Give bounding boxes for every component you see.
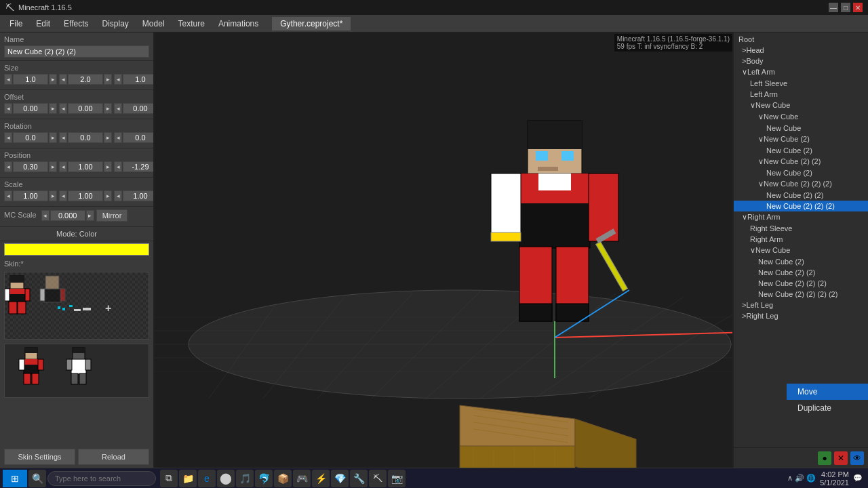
chrome-button[interactable]: ⬤: [217, 470, 235, 487]
tree-right-sleeve[interactable]: Right Sleeve: [734, 223, 868, 234]
tree-new-cube-la-1[interactable]: ∨New Cube: [734, 111, 868, 123]
menu-texture[interactable]: Texture: [172, 17, 212, 30]
tree-new-cube-ra[interactable]: ∨New Cube: [734, 245, 868, 256]
tree-left-arm-bone[interactable]: Left Arm: [734, 89, 868, 100]
ctx-move[interactable]: Move: [787, 384, 868, 400]
tree-new-cube-la-2[interactable]: ∨New Cube (2): [734, 134, 868, 145]
scale-x-up[interactable]: ▸: [49, 190, 57, 201]
maximize-button[interactable]: □: [841, 3, 850, 12]
app6-button[interactable]: 💎: [331, 470, 349, 487]
rot-z-input[interactable]: [123, 132, 155, 143]
tree-right-arm-bone[interactable]: Right Arm: [734, 234, 868, 245]
tree-head[interactable]: >Head: [734, 45, 868, 56]
skin-settings-button[interactable]: Skin Settings: [4, 449, 75, 465]
pos-y-down[interactable]: ◂: [59, 161, 67, 172]
size-y-input[interactable]: [68, 74, 103, 85]
app4-button[interactable]: 🎮: [293, 470, 311, 487]
scale-y-up[interactable]: ▸: [104, 190, 112, 201]
offset-z-input[interactable]: [123, 103, 155, 114]
titlebar-controls[interactable]: — □ ✕: [829, 3, 863, 12]
eye-button[interactable]: 👁: [850, 451, 864, 465]
tree-new-cube-la[interactable]: ∨New Cube: [734, 100, 868, 111]
rot-y-down[interactable]: ◂: [59, 132, 67, 143]
size-y-down[interactable]: ◂: [59, 74, 67, 85]
tree-new-cube-la-1a[interactable]: New Cube: [734, 123, 868, 134]
tree-left-sleeve[interactable]: Left Sleeve: [734, 78, 868, 89]
app8-button[interactable]: ⛏: [369, 470, 387, 487]
rot-x-input[interactable]: [13, 132, 48, 143]
size-x-input[interactable]: [13, 74, 48, 85]
menu-file[interactable]: File: [3, 17, 29, 30]
tree-body[interactable]: >Body: [734, 56, 868, 66]
taskbar-search-input[interactable]: [47, 471, 156, 486]
pos-x-input[interactable]: [13, 161, 48, 172]
app2-button[interactable]: 🐬: [255, 470, 273, 487]
pos-x-up[interactable]: ▸: [49, 161, 57, 172]
project-tab[interactable]: Gyther.ceproject*: [272, 17, 351, 30]
tree-new-cube-selected[interactable]: New Cube (2) (2) (2): [734, 201, 868, 211]
tree-new-cube-la-3a[interactable]: New Cube (2): [734, 167, 868, 178]
mc-scale-up[interactable]: ▸: [86, 210, 94, 221]
search-icon-btn[interactable]: 🔍: [28, 470, 46, 487]
add-bone-button[interactable]: ●: [818, 451, 831, 465]
tree-new-cube-la-3[interactable]: ∨New Cube (2) (2): [734, 156, 868, 167]
reload-button[interactable]: Reload: [78, 449, 149, 465]
menu-animations[interactable]: Animations: [212, 17, 265, 30]
rot-x-down[interactable]: ◂: [4, 132, 12, 143]
tree-right-arm[interactable]: ∨Right Arm: [734, 211, 868, 223]
pos-y-up[interactable]: ▸: [104, 161, 112, 172]
rot-y-input[interactable]: [68, 132, 103, 143]
scale-x-input[interactable]: [13, 190, 48, 201]
file-explorer-button[interactable]: 📁: [179, 470, 197, 487]
menu-effects[interactable]: Effects: [57, 17, 95, 30]
offset-x-up[interactable]: ▸: [49, 103, 57, 114]
tree-right-leg[interactable]: >Right Leg: [734, 310, 868, 321]
scale-z-input[interactable]: [123, 190, 155, 201]
mc-scale-input[interactable]: [50, 210, 85, 221]
rot-x-up[interactable]: ▸: [49, 132, 57, 143]
size-y-up[interactable]: ▸: [104, 74, 112, 85]
edge-button[interactable]: e: [198, 470, 216, 487]
close-button[interactable]: ✕: [853, 3, 863, 12]
offset-y-up[interactable]: ▸: [104, 103, 112, 114]
tree-root[interactable]: Root: [734, 34, 868, 45]
tree-new-cube-la-2a[interactable]: New Cube (2): [734, 145, 868, 156]
mirror-button[interactable]: Mirror: [96, 209, 128, 222]
tree-left-arm[interactable]: ∨Left Arm: [734, 66, 868, 78]
tree-new-cube-la-4[interactable]: ∨New Cube (2) (2) (2): [734, 178, 868, 190]
scale-z-down[interactable]: ◂: [114, 190, 122, 201]
offset-x-down[interactable]: ◂: [4, 103, 12, 114]
offset-y-input[interactable]: [68, 103, 103, 114]
mc-scale-down[interactable]: ◂: [41, 210, 50, 221]
app3-button[interactable]: 📦: [274, 470, 292, 487]
menu-display[interactable]: Display: [96, 17, 136, 30]
menu-model[interactable]: Model: [136, 17, 172, 30]
pos-z-down[interactable]: ◂: [114, 161, 122, 172]
ctx-duplicate[interactable]: Duplicate: [787, 400, 868, 416]
app7-button[interactable]: 🔧: [350, 470, 368, 487]
scale-y-input[interactable]: [68, 190, 103, 201]
pos-y-input[interactable]: [68, 161, 103, 172]
tree-new-cube-la-4a[interactable]: New Cube (2) (2): [734, 190, 868, 201]
color-bar[interactable]: [4, 243, 149, 256]
minimize-button[interactable]: —: [829, 3, 838, 12]
app5-button[interactable]: ⚡: [312, 470, 330, 487]
offset-y-down[interactable]: ◂: [59, 103, 67, 114]
rot-y-up[interactable]: ▸: [104, 132, 112, 143]
size-x-down[interactable]: ◂: [4, 74, 12, 85]
app9-button[interactable]: 📷: [388, 470, 406, 487]
pos-z-input[interactable]: [123, 161, 155, 172]
tree-new-cube-ra-4[interactable]: New Cube (2) (2) (2) (2): [734, 289, 868, 300]
offset-z-down[interactable]: ◂: [114, 103, 122, 114]
viewport[interactable]: Minecraft 1.16.5 (1.16.5-forge-36.1.1) 5…: [155, 33, 732, 468]
app1-button[interactable]: 🎵: [236, 470, 254, 487]
tree-new-cube-ra-1[interactable]: New Cube (2): [734, 256, 868, 267]
menu-edit[interactable]: Edit: [29, 17, 57, 30]
start-button[interactable]: ⊞: [3, 470, 27, 487]
remove-bone-button[interactable]: ✕: [834, 451, 848, 465]
rot-z-down[interactable]: ◂: [114, 132, 122, 143]
tree-left-leg[interactable]: >Left Leg: [734, 300, 868, 310]
name-input[interactable]: [4, 45, 149, 58]
scale-x-down[interactable]: ◂: [4, 190, 12, 201]
size-x-up[interactable]: ▸: [49, 74, 57, 85]
